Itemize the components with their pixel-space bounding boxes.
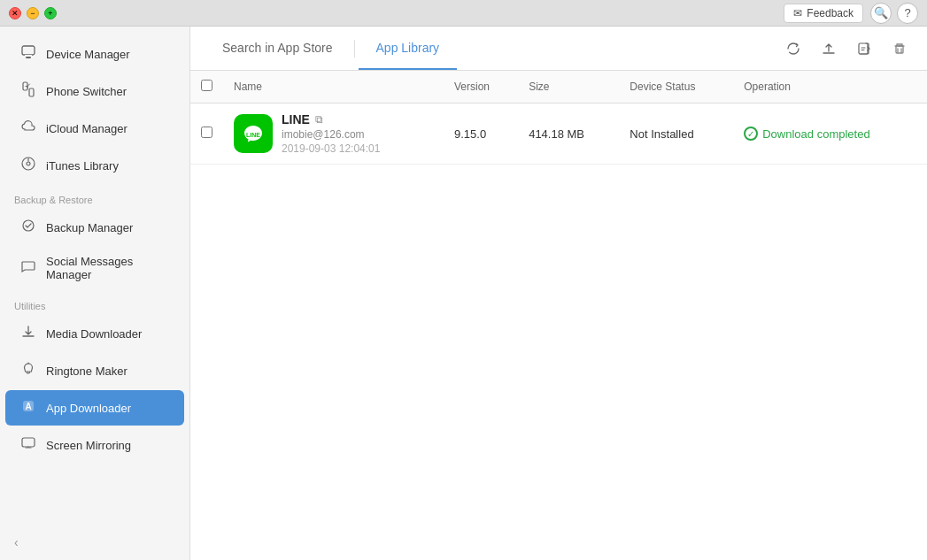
itunes-icon	[19, 156, 37, 175]
close-button[interactable]: ✕	[9, 7, 21, 19]
device-manager-icon	[19, 44, 37, 64]
feedback-label: Feedback	[807, 7, 854, 19]
tab-bar: Search in App Store App Library	[190, 27, 927, 71]
app-name-info: LINE ⧉ imobie@126.com 2019-09-03 12:04:0…	[282, 112, 380, 155]
sidebar-label-screen-mirroring: Screen Mirroring	[46, 439, 131, 452]
svg-rect-0	[22, 46, 35, 55]
svg-rect-10	[22, 438, 35, 447]
sidebar-label-social-messages: Social Messages Manager	[46, 255, 170, 281]
app-name-row: LINE ⧉	[282, 112, 380, 127]
upload-button[interactable]	[815, 35, 842, 62]
svg-rect-4	[29, 88, 34, 96]
sidebar-label-itunes-library: iTunes Library	[46, 159, 119, 173]
check-icon: ✓	[744, 127, 758, 141]
app-icon: LINE	[234, 114, 273, 153]
sidebar-label-app-downloader: App Downloader	[46, 402, 131, 415]
sidebar-label-backup-manager: Backup Manager	[46, 221, 133, 234]
backup-section-label: Backup & Restore	[0, 184, 189, 209]
mail-icon: ✉	[793, 7, 802, 19]
sidebar-item-app-downloader[interactable]: A App Downloader	[5, 390, 184, 426]
header-checkbox-cell	[190, 71, 223, 104]
table-row: LINE LINE ⧉ imobie@126.com 2019-0	[190, 104, 927, 165]
sidebar-item-screen-mirroring[interactable]: Screen Mirroring	[5, 427, 184, 463]
row-name-cell: LINE LINE ⧉ imobie@126.com 2019-0	[223, 104, 444, 165]
backup-icon	[19, 218, 37, 237]
minimize-button[interactable]: −	[27, 7, 39, 19]
sidebar-item-icloud-manager[interactable]: iCloud Manager	[5, 111, 184, 146]
delete-button[interactable]	[886, 35, 913, 62]
utilities-section-label: Utilities	[0, 290, 189, 315]
feedback-button[interactable]: ✉ Feedback	[784, 4, 863, 23]
title-bar: ✕ − + ✉ Feedback 🔍 ?	[0, 0, 927, 27]
screen-mirroring-icon	[19, 435, 37, 455]
row-checkbox-cell	[190, 104, 223, 165]
copy-icon[interactable]: ⧉	[315, 113, 323, 126]
sidebar-item-media-downloader[interactable]: Media Downloader	[5, 316, 184, 351]
sidebar-item-ringtone-maker[interactable]: Ringtone Maker	[5, 353, 184, 388]
app-title: LINE	[282, 112, 310, 127]
sidebar-item-social-messages[interactable]: Social Messages Manager	[5, 247, 184, 289]
table-header: Name Version Size Device Status Operatio…	[190, 71, 927, 104]
select-all-checkbox[interactable]	[201, 80, 212, 91]
search-icon-button[interactable]: 🔍	[870, 3, 892, 24]
sidebar-label-media-downloader: Media Downloader	[46, 327, 142, 341]
app-downloader-icon: A	[19, 398, 37, 418]
tab-actions	[780, 35, 913, 62]
traffic-lights: ✕ − +	[9, 7, 57, 19]
row-size: 414.18 MB	[518, 104, 619, 165]
app-table: Name Version Size Device Status Operatio…	[190, 71, 927, 165]
sidebar-item-phone-switcher[interactable]: Phone Switcher	[5, 73, 184, 109]
help-icon-button[interactable]: ?	[897, 3, 918, 24]
help-icons: 🔍 ?	[870, 3, 918, 24]
table-body: LINE LINE ⧉ imobie@126.com 2019-0	[190, 104, 927, 165]
media-downloader-icon	[19, 324, 37, 343]
app-body: Device Manager Phone Switcher iCloud Man…	[0, 27, 927, 560]
svg-text:A: A	[25, 402, 31, 411]
table-wrapper: Name Version Size Device Status Operatio…	[190, 71, 927, 560]
sidebar-label-device-manager: Device Manager	[46, 48, 130, 61]
header-version: Version	[444, 71, 518, 104]
collapse-icon: ‹	[14, 535, 19, 549]
header-device-status: Device Status	[619, 71, 733, 104]
tab-search-app-store[interactable]: Search in App Store	[205, 27, 351, 70]
header-size: Size	[518, 71, 619, 104]
row-version: 9.15.0	[444, 104, 518, 165]
sidebar-item-itunes-library[interactable]: iTunes Library	[5, 148, 184, 183]
app-name-cell: LINE LINE ⧉ imobie@126.com 2019-0	[234, 112, 433, 155]
main-content: Search in App Store App Library	[190, 27, 927, 560]
sidebar-label-phone-switcher: Phone Switcher	[46, 85, 127, 98]
maximize-button[interactable]: +	[44, 7, 57, 19]
sidebar: Device Manager Phone Switcher iCloud Man…	[0, 27, 190, 560]
svg-rect-1	[26, 57, 31, 58]
sidebar-item-device-manager[interactable]: Device Manager	[5, 36, 184, 72]
download-completed-label: Download completed	[762, 127, 869, 141]
header-operation: Operation	[733, 71, 927, 104]
row-device-status: Not Installed	[619, 104, 733, 165]
svg-point-6	[27, 162, 30, 165]
app-email: imobie@126.com	[282, 128, 380, 141]
svg-rect-2	[25, 55, 32, 57]
app-date: 2019-09-03 12:04:01	[282, 142, 380, 155]
social-messages-icon	[19, 258, 37, 278]
row-operation: ✓ Download completed	[733, 104, 927, 165]
row-checkbox[interactable]	[201, 127, 212, 138]
sidebar-collapse-button[interactable]: ‹	[0, 526, 189, 560]
download-completed-status: ✓ Download completed	[744, 127, 916, 141]
svg-text:LINE: LINE	[246, 132, 260, 138]
svg-rect-12	[896, 46, 903, 53]
icloud-icon	[19, 119, 37, 138]
tab-divider	[354, 40, 355, 58]
ringtone-icon	[19, 361, 37, 380]
svg-rect-11	[859, 43, 868, 54]
export-button[interactable]	[851, 35, 877, 62]
sidebar-label-icloud-manager: iCloud Manager	[46, 122, 127, 135]
sidebar-item-backup-manager[interactable]: Backup Manager	[5, 210, 184, 245]
phone-switcher-icon	[19, 81, 37, 101]
header-name: Name	[223, 71, 444, 104]
sidebar-label-ringtone-maker: Ringtone Maker	[46, 364, 127, 378]
tab-app-library[interactable]: App Library	[359, 27, 458, 70]
refresh-button[interactable]	[780, 35, 807, 62]
